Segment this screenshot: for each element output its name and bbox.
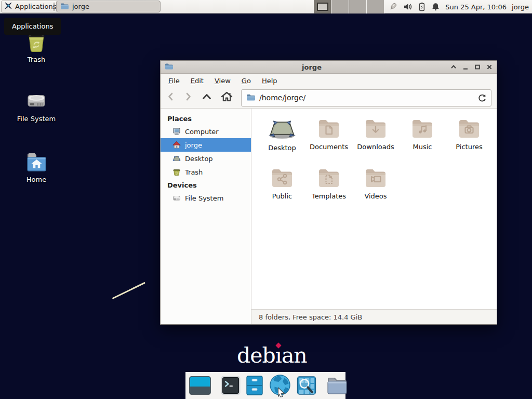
- desktop-icon-file-system[interactable]: File System: [5, 88, 68, 123]
- show-desktop-button[interactable]: [189, 375, 211, 396]
- volume-icon[interactable]: [403, 2, 413, 11]
- home-folder-icon: [5, 151, 68, 174]
- folder-label: Videos: [352, 192, 399, 200]
- web-browser-launcher[interactable]: [268, 374, 292, 397]
- home-button[interactable]: [220, 91, 233, 104]
- forward-button[interactable]: [183, 91, 193, 104]
- session-user[interactable]: jorge: [512, 3, 529, 11]
- menu-help[interactable]: Help: [262, 77, 277, 85]
- desktop-icon-label: File System: [5, 115, 68, 123]
- devices-header: Devices: [161, 179, 251, 191]
- menubar: File Edit View Go Help: [161, 74, 497, 87]
- folder-label: Public: [259, 192, 305, 200]
- shade-button[interactable]: [450, 64, 457, 70]
- window-body: Places Computer jorge Desktop Trash: [161, 109, 497, 324]
- menu-view[interactable]: View: [215, 77, 231, 85]
- location-path[interactable]: /home/jorge/: [259, 94, 305, 102]
- tasklist-grip[interactable]: [53, 3, 55, 11]
- menu-file[interactable]: File: [168, 77, 180, 85]
- maximize-button[interactable]: [474, 64, 481, 70]
- places-header: Places: [161, 112, 251, 125]
- folder-label: Templates: [305, 192, 352, 200]
- workspace-4[interactable]: [367, 0, 384, 14]
- file-manager-launcher[interactable]: [246, 375, 263, 396]
- application-finder-launcher[interactable]: [297, 375, 316, 396]
- debian-logo-text: deb: [237, 343, 275, 368]
- folder-public[interactable]: Public: [259, 165, 305, 214]
- sidebar-item-label: File System: [185, 194, 223, 202]
- content-column: Desktop Documents Downloads Musi: [251, 109, 497, 324]
- taskbar-window-label: jorge: [72, 3, 89, 10]
- folder-downloads[interactable]: Downloads: [352, 115, 399, 165]
- menu-go[interactable]: Go: [242, 77, 251, 85]
- menu-edit[interactable]: Edit: [191, 77, 204, 85]
- folder-documents[interactable]: Documents: [305, 115, 352, 165]
- battery-icon[interactable]: [418, 2, 426, 11]
- folder-label: Downloads: [352, 143, 399, 151]
- location-bar[interactable]: /home/jorge/: [241, 89, 491, 107]
- folder-music[interactable]: Music: [399, 115, 446, 165]
- desktop-icon-label: Home: [5, 176, 68, 183]
- status-text: 8 folders, Free space: 14.4 GiB: [259, 313, 362, 321]
- minimize-button[interactable]: [462, 64, 469, 70]
- folder-label: Music: [399, 143, 446, 151]
- trash-icon: [172, 168, 181, 176]
- notifications-bell-icon[interactable]: [431, 2, 440, 11]
- side-pane: Places Computer jorge Desktop Trash: [161, 109, 251, 324]
- folder-launcher[interactable]: [326, 375, 349, 396]
- sidebar-item-file-system[interactable]: File System: [161, 191, 251, 205]
- folder-templates[interactable]: Templates: [305, 165, 352, 214]
- file-view[interactable]: Desktop Documents Downloads Musi: [251, 109, 497, 309]
- file-manager-window: jorge File Edit View Go Help: [160, 60, 497, 325]
- workspace-1[interactable]: [314, 0, 331, 14]
- hard-drive-icon: [5, 88, 68, 113]
- folder-videos[interactable]: Videos: [352, 165, 399, 214]
- back-button[interactable]: [166, 91, 176, 104]
- close-button[interactable]: [486, 64, 493, 70]
- screen-artifact-line: [112, 282, 145, 299]
- debian-logo-text: an: [282, 343, 307, 368]
- desktop: Applications jorge: [0, 0, 532, 399]
- videos-folder-icon: [363, 165, 388, 190]
- window-titlebar[interactable]: jorge: [161, 61, 497, 74]
- workspace-switcher[interactable]: [314, 0, 384, 14]
- pictures-folder-icon: [457, 116, 482, 141]
- applications-menu-button[interactable]: Applications: [1, 1, 61, 12]
- terminal-launcher[interactable]: [220, 375, 241, 396]
- clock[interactable]: Sun 25 Apr, 10:06: [445, 3, 507, 11]
- computer-icon: [172, 127, 181, 136]
- workspace-3[interactable]: [349, 0, 367, 14]
- sidebar-item-computer[interactable]: Computer: [161, 125, 251, 138]
- applications-menu-label: Applications: [15, 3, 56, 10]
- workspace-window-preview: [317, 3, 328, 11]
- applications-tooltip: Applications: [4, 18, 61, 35]
- folder-icon: [60, 2, 69, 11]
- downloads-folder-icon: [363, 116, 388, 141]
- sidebar-item-label: Computer: [185, 128, 219, 136]
- workspace-2[interactable]: [331, 0, 349, 14]
- desktop-icon-home[interactable]: Home: [5, 151, 68, 183]
- folder-desktop[interactable]: Desktop: [259, 115, 305, 165]
- folder-pictures[interactable]: Pictures: [446, 115, 493, 165]
- debian-wallpaper-logo: debıan: [237, 343, 307, 368]
- sidebar-item-label: Trash: [185, 168, 203, 176]
- taskbar-window-button[interactable]: jorge: [56, 1, 161, 12]
- up-button[interactable]: [201, 91, 212, 104]
- sidebar-item-label: jorge: [185, 141, 202, 149]
- sidebar-item-trash[interactable]: Trash: [161, 165, 251, 179]
- window-controls: [450, 64, 493, 70]
- folder-label: Pictures: [446, 143, 493, 151]
- drive-icon: [172, 194, 181, 202]
- desktop-icon: [172, 154, 181, 163]
- public-folder-icon: [270, 165, 295, 190]
- reload-button[interactable]: [477, 94, 486, 102]
- input-device-icon[interactable]: [388, 2, 398, 12]
- folder-icon: [246, 93, 255, 103]
- top-panel: Applications jorge: [0, 0, 532, 14]
- sidebar-item-desktop[interactable]: Desktop: [161, 152, 251, 165]
- sidebar-item-jorge[interactable]: jorge: [161, 138, 251, 152]
- system-tray: Sun 25 Apr, 10:06 jorge: [388, 0, 532, 14]
- folder-grid: Desktop Documents Downloads Musi: [259, 115, 497, 214]
- statusbar: 8 folders, Free space: 14.4 GiB: [251, 309, 497, 324]
- desktop-icon-label: Trash: [5, 56, 68, 63]
